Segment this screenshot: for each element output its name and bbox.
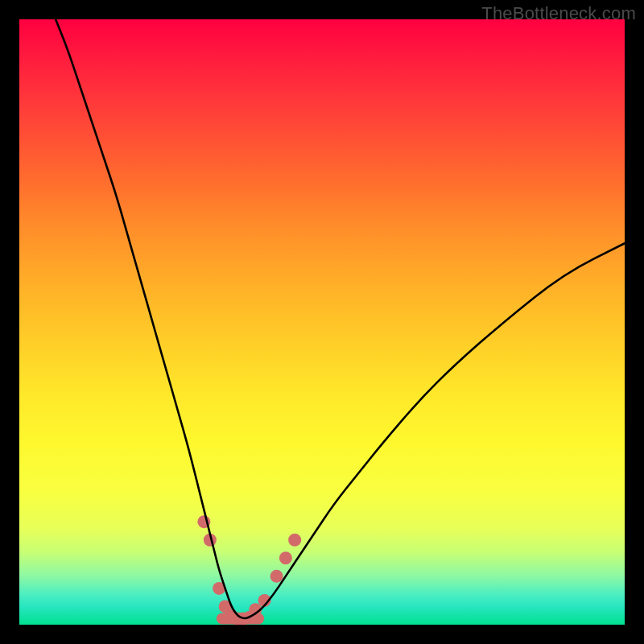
highlight-markers <box>197 515 301 625</box>
svg-point-11 <box>270 570 283 583</box>
chart-frame: TheBottleneck.com <box>0 0 644 644</box>
svg-point-12 <box>279 551 292 564</box>
watermark-text: TheBottleneck.com <box>481 3 636 24</box>
plot-area <box>19 19 625 625</box>
svg-point-13 <box>288 534 301 547</box>
bottleneck-curve <box>56 19 625 618</box>
curve-layer <box>19 19 625 625</box>
